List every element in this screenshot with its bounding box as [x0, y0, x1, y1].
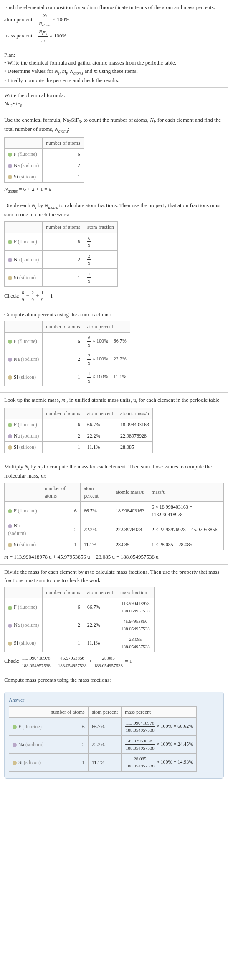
atom-fraction-table: number of atomsatom fraction F (fluorine…: [4, 221, 118, 287]
table-row: Si (silicon)119: [5, 268, 118, 286]
chemical-formula: Na2SiF6: [4, 100, 224, 109]
element-dot-icon: [8, 240, 12, 244]
atomic-mass-text: Look up the atomic mass, mi, in unified …: [4, 396, 224, 405]
write-formula-title: Write the chemical formula:: [4, 91, 224, 100]
mass-percent-formula: mass percent = Nimim × 100%: [4, 28, 224, 44]
element-dot-icon: [8, 358, 12, 362]
atom-fraction-section: Divide each Ni by Natoms to calculate at…: [0, 198, 228, 307]
table-row: Na (sodium)222.2%45.97953856188.05495753…: [5, 616, 155, 634]
element-dot-icon: [8, 543, 12, 547]
table-row: Na (sodium)229: [5, 250, 118, 268]
atomic-mass-section: Look up the atomic mass, mi, in unified …: [0, 392, 228, 459]
answer-table: number of atomsatom percentmass percent …: [9, 706, 197, 772]
table-row: Na (sodium)229 × 100% = 22.2%: [5, 350, 130, 368]
plan-title: Plan:: [4, 51, 224, 59]
table-row: F (fluorine)666.7%113.990418978188.05495…: [9, 718, 197, 735]
table-row: F (fluorine)669 × 100% = 66.7%: [5, 332, 130, 350]
table-row: F (fluorine)666.7%113.990418978188.05495…: [5, 598, 155, 616]
table-row: F (fluorine)6: [5, 148, 84, 160]
element-dot-icon: [8, 175, 12, 179]
table-row: Na (sodium)222.2%22.989769282 × 22.98976…: [5, 520, 224, 539]
element-dot-icon: [8, 423, 12, 427]
element-dot-icon: [8, 642, 12, 646]
table-row: Na (sodium)2: [5, 160, 84, 171]
table-row: Si (silicon)111.1%28.085: [5, 442, 153, 453]
count-atoms-section: Use the chemical formula, Na2SiF6, to co…: [0, 112, 228, 198]
atom-fraction-text: Divide each Ni by Natoms to calculate at…: [4, 201, 224, 219]
table-row: Si (silicon)111.1%28.0851 × 28.085 = 28.…: [5, 539, 224, 550]
mass-fraction-text: Divide the mass for each element by m to…: [4, 568, 224, 584]
element-dot-icon: [13, 761, 17, 765]
molecular-mass-sum: m = m = 113.990418978 u + 45.97953856 u …: [4, 553, 224, 561]
atom-percent-text: Compute atom percents using the atom fra…: [4, 310, 224, 319]
element-dot-icon: [8, 258, 12, 262]
multiply-text: Multiply Ni by mi to compute the mass fo…: [4, 462, 224, 480]
element-dot-icon: [13, 743, 17, 747]
table-row: F (fluorine)666.7%18.9984031636 × 18.998…: [5, 501, 224, 520]
element-dot-icon: [8, 624, 12, 628]
element-dot-icon: [8, 606, 12, 610]
element-dot-icon: [8, 445, 12, 450]
count-atoms-text: Use the chemical formula, Na2SiF6, to co…: [4, 116, 224, 134]
mass-percent-text: Compute mass percents using the mass fra…: [4, 676, 224, 684]
element-dot-icon: [8, 524, 12, 528]
natoms-sum: Natoms = 6 + 2 + 1 = 9: [4, 185, 224, 194]
atom-fraction-check: Check: 69 + 29 + 19 = 1: [4, 289, 224, 303]
multiply-section: Multiply Ni by mi to compute the mass fo…: [0, 459, 228, 564]
atomic-mass-table: number of atomsatom percentatomic mass/u…: [4, 408, 153, 453]
table-row: Si (silicon)1: [5, 171, 84, 182]
atom-percent-section: Compute atom percents using the atom fra…: [0, 307, 228, 392]
write-formula-section: Write the chemical formula: Na2SiF6: [0, 88, 228, 112]
table-row: Na (sodium)222.2%45.97953856188.05495753…: [9, 735, 197, 753]
mass-percent-section: Compute mass percents using the mass fra…: [0, 672, 228, 688]
plan-bullet: • Write the chemical formula and gather …: [4, 59, 224, 67]
mass-fraction-table: number of atomsatom percentmass fraction…: [4, 587, 155, 652]
element-dot-icon: [8, 509, 12, 513]
answer-label: Answer:: [9, 696, 219, 704]
plan-bullet: • Finally, compute the percents and chec…: [4, 76, 224, 85]
table-row: F (fluorine)666.7%18.998403163: [5, 419, 153, 430]
element-dot-icon: [13, 725, 17, 729]
multiply-table: number of atomsatom percentatomic mass/u…: [4, 482, 224, 550]
table-row: Si (silicon)111.1%28.085188.054957538: [5, 634, 155, 652]
atom-percent-table: number of atomsatom percent F (fluorine)…: [4, 321, 130, 386]
element-dot-icon: [8, 164, 12, 168]
plan-section: Plan: • Write the chemical formula and g…: [0, 48, 228, 88]
mass-fraction-check: Check: 113.990418978188.054957538 + 45.9…: [4, 655, 224, 669]
element-dot-icon: [8, 276, 12, 280]
intro-section: Find the elemental composition for sodiu…: [0, 0, 228, 47]
intro-text: Find the elemental composition for sodiu…: [4, 3, 224, 12]
answer-box: Answer: number of atomsatom percentmass …: [4, 692, 224, 779]
table-row: Si (silicon)119 × 100% = 11.1%: [5, 368, 130, 386]
atoms-table: number of atoms F (fluorine)6 Na (sodium…: [4, 137, 84, 182]
element-dot-icon: [8, 340, 12, 344]
element-dot-icon: [8, 152, 12, 157]
mass-fraction-section: Divide the mass for each element by m to…: [0, 565, 228, 672]
element-dot-icon: [8, 375, 12, 380]
table-row: Na (sodium)222.2%22.98976928: [5, 430, 153, 442]
element-dot-icon: [8, 434, 12, 438]
table-row: F (fluorine)669: [5, 232, 118, 250]
atom-percent-formula: atom percent = NiNatoms × 100%: [4, 12, 224, 28]
table-row: Si (silicon)111.1%28.085188.054957538 × …: [9, 753, 197, 771]
plan-bullet: • Determine values for Ni, mi, Natoms an…: [4, 67, 224, 76]
